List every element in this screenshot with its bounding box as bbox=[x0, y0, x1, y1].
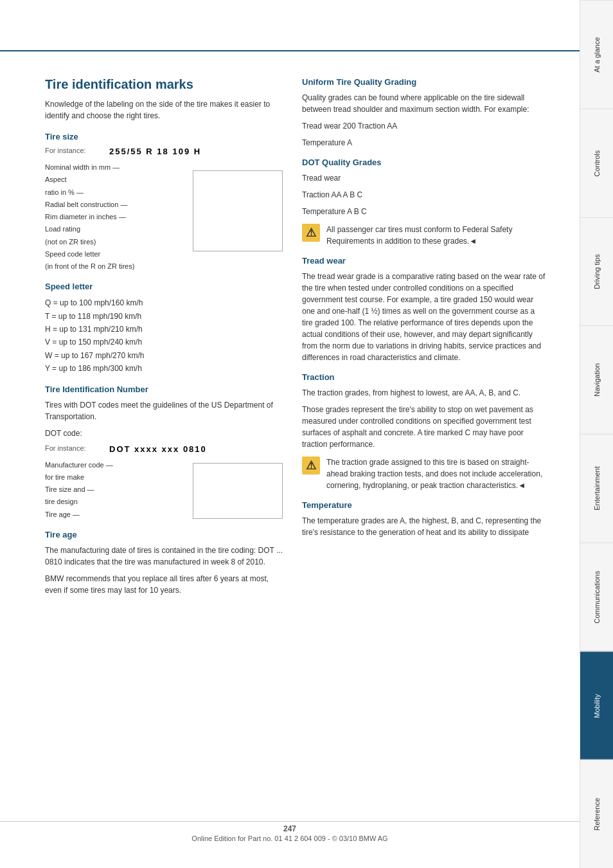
speed-w: W = up to 167 mph/270 km/h bbox=[45, 349, 283, 362]
tire-size-example-value: 255/55 R 18 109 H bbox=[109, 147, 201, 156]
sidebar: At a glance Controls Driving tips Naviga… bbox=[580, 0, 613, 868]
box-line6 bbox=[199, 235, 277, 248]
tire-age-text1: The manufacturing date of tires is conta… bbox=[45, 545, 283, 568]
traction-text1: The traction grades, from highest to low… bbox=[302, 387, 546, 399]
sidebar-tab-at-a-glance[interactable]: At a glance bbox=[580, 0, 613, 109]
tire-age-text2: BMW recommends that you replace all tire… bbox=[45, 573, 283, 596]
tin-heading: Tire Identification Number bbox=[45, 384, 283, 394]
annot-ratio: ratio in % ― bbox=[45, 186, 193, 199]
traction-warning-span: The traction grade assigned to this tire… bbox=[326, 458, 542, 490]
speed-v: V = up to 150 mph/240 km/h bbox=[45, 336, 283, 348]
sidebar-tab-navigation[interactable]: Navigation bbox=[580, 325, 613, 434]
dot-box-line3 bbox=[199, 491, 277, 503]
dot-grades-section: DOT Quality Grades Tread wear Traction A… bbox=[302, 158, 546, 247]
tire-size-heading: Tire size bbox=[45, 132, 283, 141]
temperature-text: The temperature grades are A, the highes… bbox=[302, 515, 546, 538]
tread-wear-heading: Tread wear bbox=[302, 256, 546, 266]
dot-example: For instance: DOT xxxx xxx 0810 bbox=[45, 444, 283, 454]
dot-annot-make: for tire make bbox=[45, 471, 193, 484]
dot-annot-size: Tire size and ― bbox=[45, 484, 193, 496]
page-footer: 247 Online Edition for Part no. 01 41 2 … bbox=[0, 821, 580, 842]
box-line3 bbox=[199, 199, 277, 211]
temperature-section: Temperature The temperature grades are A… bbox=[302, 500, 546, 538]
annot-zr-note: (in front of the R on ZR tires) bbox=[45, 260, 193, 273]
dot-warning-box: All passenger car tires must conform to … bbox=[302, 224, 546, 247]
annot-aspect: Aspect bbox=[45, 174, 193, 186]
dot-example-value: DOT xxxx xxx 0810 bbox=[109, 444, 207, 454]
tire-size-section: Tire size For instance: 255/55 R 18 109 … bbox=[45, 132, 283, 273]
speed-q: Q = up to 100 mph/160 km/h bbox=[45, 296, 283, 309]
dot-box bbox=[193, 463, 283, 519]
tire-size-diagram: Nominal width in mm ― Aspect ratio in % … bbox=[45, 161, 283, 273]
tire-size-box bbox=[193, 170, 283, 251]
utqg-section: Uniform Tire Quality Grading Quality gra… bbox=[302, 77, 546, 149]
dot-annotations: Manufacturer code ― for tire make Tire s… bbox=[45, 459, 193, 521]
tire-size-annotations: Nominal width in mm ― Aspect ratio in % … bbox=[45, 161, 193, 273]
box-line4 bbox=[199, 211, 277, 223]
annot-speed-code: Speed code letter bbox=[45, 248, 193, 260]
main-content: Tire identification marks Knowledge of t… bbox=[0, 0, 580, 868]
dot-tread-wear: Tread wear bbox=[302, 172, 546, 184]
speed-t: T = up to 118 mph/190 km/h bbox=[45, 310, 283, 323]
tin-dot-code-label: DOT code: bbox=[45, 428, 283, 439]
tread-wear-section: Tread wear The tread wear grade is a com… bbox=[302, 256, 546, 363]
warning-icon bbox=[302, 224, 320, 242]
tread-wear-text: The tread wear grade is a comparative ra… bbox=[302, 271, 546, 363]
box-line5 bbox=[199, 223, 277, 235]
traction-warning-text: The traction grade assigned to this tire… bbox=[326, 457, 546, 491]
traction-heading: Traction bbox=[302, 372, 546, 382]
footer-text: Online Edition for Part no. 01 41 2 604 … bbox=[191, 835, 387, 842]
annot-nominal-width: Nominal width in mm ― bbox=[45, 161, 193, 174]
dot-annot-design: tire design bbox=[45, 496, 193, 508]
dot-box-line4 bbox=[199, 503, 277, 515]
tire-size-example: For instance: 255/55 R 18 109 H bbox=[45, 147, 283, 156]
tire-age-heading: Tire age bbox=[45, 530, 283, 539]
dot-warning-text: All passenger car tires must conform to … bbox=[326, 224, 546, 247]
speed-y: Y = up to 186 mph/300 km/h bbox=[45, 362, 283, 375]
annot-not-zr: (not on ZR tires) bbox=[45, 236, 193, 248]
page-number: 247 bbox=[0, 824, 580, 833]
left-column: Tire identification marks Knowledge of t… bbox=[45, 77, 283, 842]
dot-traction: Traction AA A B C bbox=[302, 189, 546, 201]
tire-size-example-label: For instance: bbox=[45, 147, 96, 156]
dot-temperature: Temperature A B C bbox=[302, 206, 546, 217]
sidebar-tab-entertainment[interactable]: Entertainment bbox=[580, 434, 613, 543]
annot-rim: Rim diameter in inches — bbox=[45, 211, 193, 223]
dot-warning-text-span: All passenger car tires must conform to … bbox=[326, 225, 512, 246]
tin-intro: Tires with DOT codes meet the guidelines… bbox=[45, 399, 283, 422]
annot-radial: Radial belt construction — bbox=[45, 199, 193, 211]
speed-list: Q = up to 100 mph/160 km/h T = up to 118… bbox=[45, 296, 283, 375]
sidebar-tab-controls[interactable]: Controls bbox=[580, 109, 613, 217]
dot-box-line2 bbox=[199, 478, 277, 491]
speed-h: H = up to 131 mph/210 km/h bbox=[45, 323, 283, 336]
right-column: Uniform Tire Quality Grading Quality gra… bbox=[302, 77, 546, 842]
dot-diagram: Manufacturer code ― for tire make Tire s… bbox=[45, 459, 283, 521]
utqg-example2: Temperature A bbox=[302, 137, 546, 149]
box-line1 bbox=[199, 174, 277, 186]
speed-letter-heading: Speed letter bbox=[45, 282, 283, 291]
dot-example-label: For instance: bbox=[45, 444, 96, 454]
traction-warning-icon bbox=[302, 457, 320, 475]
dot-annot-age: Tire age — bbox=[45, 509, 193, 521]
speed-letter-section: Speed letter Q = up to 100 mph/160 km/h … bbox=[45, 282, 283, 375]
traction-section: Traction The traction grades, from highe… bbox=[302, 372, 546, 491]
dot-box-line1 bbox=[199, 466, 277, 478]
page-title-section: Tire identification marks Knowledge of t… bbox=[45, 77, 283, 122]
utqg-text: Quality grades can be found where applic… bbox=[302, 92, 546, 115]
box-line2 bbox=[199, 186, 277, 198]
tire-age-section: Tire age The manufacturing date of tires… bbox=[45, 530, 283, 596]
traction-warning-box: The traction grade assigned to this tire… bbox=[302, 457, 546, 491]
temperature-heading: Temperature bbox=[302, 500, 546, 510]
sidebar-tab-mobility[interactable]: Mobility bbox=[580, 651, 613, 760]
annot-load: Load rating bbox=[45, 223, 193, 235]
dot-grades-heading: DOT Quality Grades bbox=[302, 158, 546, 167]
sidebar-tab-reference[interactable]: Reference bbox=[580, 759, 613, 868]
tin-section: Tire Identification Number Tires with DO… bbox=[45, 384, 283, 521]
utqg-heading: Uniform Tire Quality Grading bbox=[302, 77, 546, 87]
sidebar-tab-communications[interactable]: Communications bbox=[580, 543, 613, 651]
utqg-example1: Tread wear 200 Traction AA bbox=[302, 120, 546, 132]
dot-annot-mfr: Manufacturer code ― bbox=[45, 459, 193, 471]
header-area bbox=[0, 0, 580, 51]
traction-text2: Those grades represent the tire's abilit… bbox=[302, 404, 546, 450]
sidebar-tab-driving-tips[interactable]: Driving tips bbox=[580, 217, 613, 326]
